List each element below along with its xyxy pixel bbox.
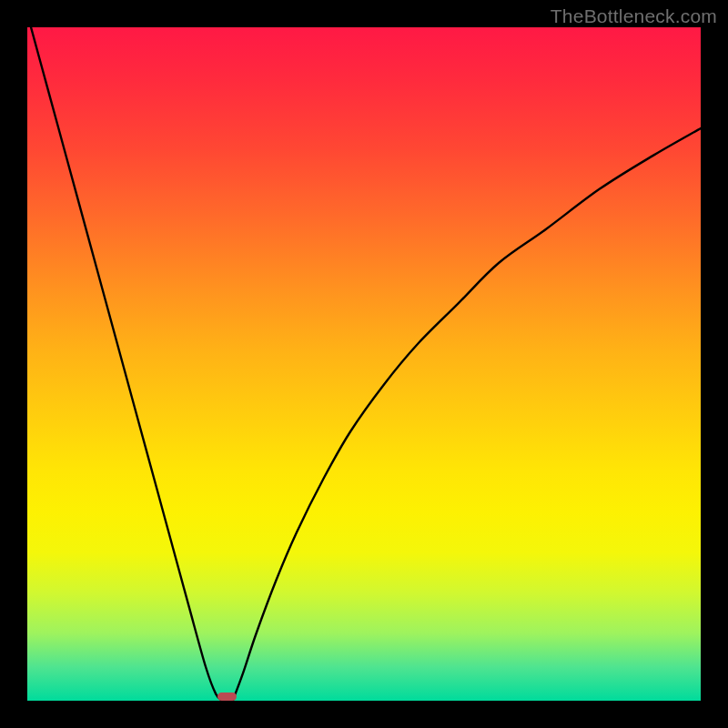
- bottleneck-curve: [27, 27, 701, 701]
- plot-area: [27, 27, 701, 701]
- bottleneck-marker: [217, 693, 237, 702]
- watermark-text: TheBottleneck.com: [551, 5, 717, 27]
- chart-container: TheBottleneck.com: [0, 0, 728, 728]
